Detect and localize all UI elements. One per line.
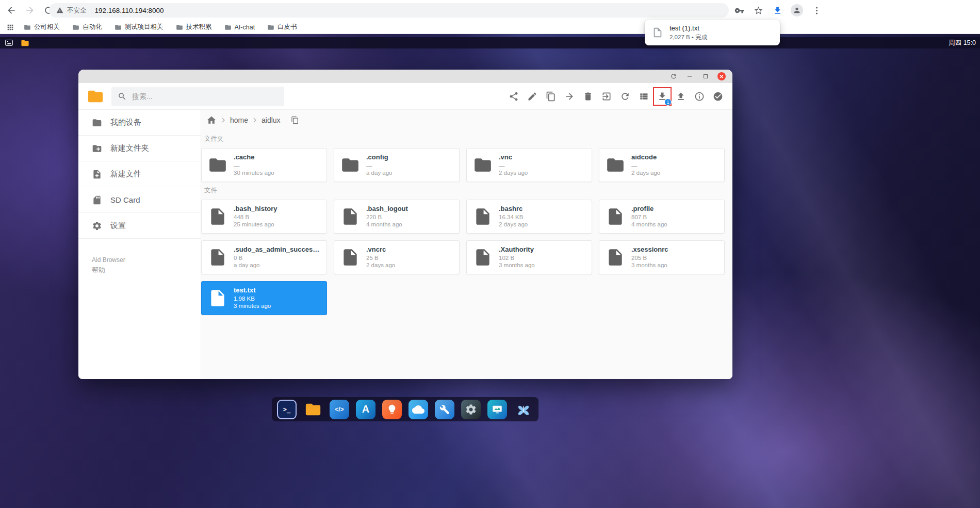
dock-code-editor-icon[interactable]: </>: [330, 400, 349, 419]
maximize-button[interactable]: [701, 72, 710, 80]
sidebar-item-new-file[interactable]: 新建文件: [78, 161, 201, 187]
url-text: 192.168.110.194:8000: [95, 7, 164, 14]
sidebar-item-my-devices[interactable]: 我的设备: [78, 110, 201, 136]
item-time: a day ago: [366, 169, 393, 177]
dock-settings-icon[interactable]: [461, 400, 481, 419]
workspace-button[interactable]: [4, 38, 14, 48]
app-name: Aid Browser: [92, 256, 187, 264]
apps-shortcut-button[interactable]: [5, 22, 16, 33]
rename-button[interactable]: [526, 90, 538, 103]
bookmark-star-button[interactable]: [753, 5, 764, 16]
apps-grid-icon: [6, 23, 14, 31]
password-manager-button[interactable]: [733, 5, 745, 16]
folder-card[interactable]: .cache—30 minutes ago: [201, 148, 327, 182]
folder-icon: [267, 24, 274, 31]
bookmark-folder[interactable]: 白皮书: [263, 21, 302, 33]
file-icon: [208, 207, 227, 226]
close-button[interactable]: ✕: [717, 72, 726, 80]
download-button[interactable]: 1: [656, 90, 668, 103]
dock-aidlux-icon[interactable]: A: [356, 400, 375, 419]
dock-terminal-icon[interactable]: >_: [277, 400, 297, 419]
copy-path-button[interactable]: [290, 115, 300, 125]
search-input[interactable]: [132, 92, 278, 101]
window-titlebar[interactable]: ✕: [78, 70, 732, 83]
breadcrumb-segment-aidlux[interactable]: aidlux: [262, 116, 281, 124]
forward-button[interactable]: [23, 3, 37, 18]
upload-button[interactable]: [675, 90, 687, 103]
dock-lamp-icon[interactable]: [382, 400, 402, 419]
minimize-button[interactable]: [685, 72, 694, 80]
clock: 周四 15:0: [949, 39, 976, 47]
settings-gear-icon: [92, 221, 102, 231]
profile-avatar[interactable]: [791, 4, 803, 17]
search-box[interactable]: [111, 87, 284, 106]
bookmark-folder[interactable]: 公司相关: [19, 21, 64, 33]
home-icon[interactable]: [206, 115, 217, 125]
help-link[interactable]: 帮助: [92, 266, 187, 275]
file-card[interactable]: .bash_logout220 B4 months ago: [334, 200, 460, 234]
file-card[interactable]: .Xauthority102 B3 months ago: [466, 240, 592, 274]
folder-card[interactable]: .config—a day ago: [334, 148, 460, 182]
dock-system-monitor-icon[interactable]: [487, 400, 507, 419]
item-time: a day ago: [234, 261, 320, 269]
folder-card[interactable]: aidcode—2 days ago: [599, 148, 725, 182]
bookmark-folder[interactable]: 技术积累: [171, 21, 217, 33]
item-size: 102 B: [499, 254, 535, 262]
dock-toolbox-icon[interactable]: [435, 400, 454, 419]
breadcrumb-segment-home[interactable]: home: [230, 116, 248, 124]
download-popup[interactable]: test (1).txt 2,027 B • 完成: [645, 20, 780, 45]
share-button[interactable]: [508, 90, 520, 103]
folder-icon: [176, 24, 183, 31]
item-size: 0 B: [234, 254, 320, 262]
select-all-button[interactable]: [712, 90, 724, 103]
wallpaper-icon: [5, 39, 13, 47]
file-card[interactable]: .bash_history448 B25 minutes ago: [201, 200, 327, 234]
file-manager-task-button[interactable]: [20, 38, 30, 48]
address-bar[interactable]: 不安全 192.168.110.194:8000: [49, 3, 729, 18]
list-view-button[interactable]: [638, 90, 650, 103]
sidebar-item-sd-card[interactable]: SD Card: [78, 187, 201, 213]
file-icon: [340, 207, 360, 226]
file-card[interactable]: .sudo_as_admin_successful0 Ba day ago: [201, 240, 327, 274]
chevron-right-icon: [250, 116, 259, 125]
back-arrow-icon: [6, 5, 17, 15]
bookmark-folder[interactable]: 自动化: [68, 21, 107, 33]
file-card[interactable]: .vncrc25 B2 days ago: [334, 240, 460, 274]
delete-button[interactable]: [582, 90, 594, 103]
bookmark-folder[interactable]: AI-chat: [220, 22, 260, 32]
downloads-button[interactable]: [772, 5, 783, 16]
dock-butterfly-icon[interactable]: [514, 400, 533, 419]
item-name: .bashrc: [499, 205, 528, 214]
window-refresh-button[interactable]: [669, 72, 678, 80]
sidebar-item-label: SD Card: [110, 195, 140, 204]
file-card[interactable]: .profile807 B4 months ago: [599, 200, 725, 234]
refresh-button[interactable]: [619, 90, 631, 103]
sidebar-item-new-folder[interactable]: 新建文件夹: [78, 136, 201, 161]
item-size: —: [499, 162, 528, 170]
copy-button[interactable]: [545, 90, 557, 103]
file-card[interactable]: .bashrc16.34 KB2 days ago: [466, 200, 592, 234]
browser-menu-button[interactable]: [811, 5, 822, 16]
terminal-prompt-glyph: >_: [283, 406, 290, 413]
item-size: 448 B: [234, 214, 277, 221]
move-button[interactable]: [563, 90, 576, 103]
back-button[interactable]: [4, 3, 19, 18]
folder-card[interactable]: .vnc—2 days ago: [466, 148, 592, 182]
item-name: .bash_logout: [366, 205, 408, 214]
bookmarks-bar: 公司相关 自动化 测试项目相关 技术积累 AI-chat 白皮书: [0, 21, 980, 34]
bookmark-label: 公司相关: [34, 23, 60, 31]
bookmark-folder[interactable]: 测试项目相关: [110, 21, 168, 33]
card-text: .vncrc25 B2 days ago: [366, 245, 395, 270]
item-name: .config: [366, 153, 393, 162]
open-with-button[interactable]: [600, 90, 613, 103]
file-card[interactable]: test.txt1.98 KB3 minutes ago: [201, 281, 327, 315]
folder-icon: [208, 155, 227, 175]
item-name: aidcode: [631, 153, 660, 162]
info-button[interactable]: [693, 90, 706, 103]
sidebar-item-settings[interactable]: 设置: [78, 213, 201, 239]
file-icon: [606, 207, 625, 226]
file-card[interactable]: .xsessionrc205 B3 months ago: [599, 240, 725, 274]
dock-file-manager-icon[interactable]: [303, 400, 323, 419]
card-text: test.txt1.98 KB3 minutes ago: [234, 286, 271, 310]
dock-cloud-icon[interactable]: [409, 400, 428, 419]
